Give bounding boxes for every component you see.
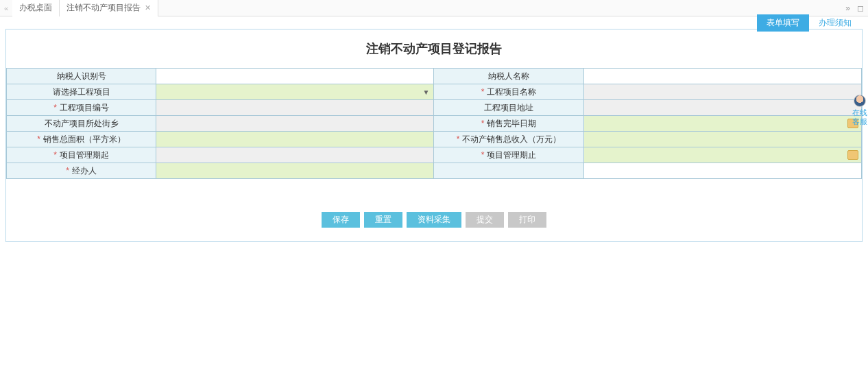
sale-complete-date-input[interactable] — [584, 116, 861, 131]
label-taxpayer-id: 纳税人识别号 — [7, 69, 156, 84]
project-name-input[interactable] — [584, 84, 861, 99]
tab-label: 办税桌面 — [19, 2, 52, 14]
label-mgmt-end: *项目管理期止 — [434, 147, 583, 163]
sub-tabs: 表单填写 办理须知 — [757, 14, 861, 32]
value-mgmt-end[interactable] — [583, 147, 861, 163]
value-sale-income[interactable] — [583, 132, 861, 147]
value-street — [156, 116, 434, 132]
label-taxpayer-name: 纳税人名称 — [434, 69, 583, 84]
tab-report[interactable]: 注销不动产项目报告 ✕ — [60, 0, 158, 16]
value-project-name — [583, 84, 861, 100]
form-table: 纳税人识别号 纳税人名称 请选择工程项目 ▼ *工程项目名称 *工程项目编号 工… — [6, 68, 862, 179]
label-sale-area: *销售总面积（平方米） — [7, 132, 156, 147]
value-operator[interactable] — [156, 163, 434, 179]
calendar-icon[interactable] — [847, 150, 858, 160]
tab-next-icon[interactable]: » — [845, 3, 850, 13]
value-empty — [583, 163, 861, 179]
label-operator: *经办人 — [7, 163, 156, 179]
sale-area-input[interactable] — [156, 132, 433, 147]
tab-desktop[interactable]: 办税桌面 — [12, 0, 60, 16]
value-project-code — [156, 100, 434, 116]
save-button[interactable]: 保存 — [322, 212, 360, 228]
tab-prev-icon[interactable]: « — [0, 4, 12, 12]
online-service-label: 在线客服 — [852, 108, 868, 126]
reset-button[interactable]: 重置 — [364, 212, 402, 228]
value-taxpayer-name — [583, 69, 861, 84]
value-sale-complete-date[interactable] — [583, 116, 861, 132]
avatar-icon — [854, 95, 866, 107]
value-select-project[interactable]: ▼ — [156, 84, 434, 100]
subtab-fill[interactable]: 表单填写 — [757, 14, 809, 32]
online-service-widget[interactable]: 在线客服 — [852, 95, 868, 126]
value-mgmt-start — [156, 147, 434, 163]
value-taxpayer-id — [156, 69, 434, 84]
value-sale-area[interactable] — [156, 132, 434, 147]
mgmt-end-input[interactable] — [584, 147, 861, 163]
close-icon[interactable]: ✕ — [145, 3, 151, 12]
project-addr-input[interactable] — [584, 100, 861, 115]
label-street: 不动产项目所处街乡 — [7, 116, 156, 132]
maximize-icon[interactable]: ◻ — [857, 3, 864, 13]
label-sale-income: *不动产销售总收入（万元） — [434, 132, 583, 147]
form-panel: 注销不动产项目登记报告 纳税人识别号 纳税人名称 请选择工程项目 ▼ *工程项目… — [5, 29, 863, 242]
label-mgmt-start: *项目管理期起 — [7, 147, 156, 163]
street-input[interactable] — [156, 116, 433, 131]
label-sale-complete-date: *销售完毕日期 — [434, 116, 583, 132]
tab-label: 注销不动产项目报告 — [67, 2, 141, 14]
collect-button[interactable]: 资料采集 — [407, 212, 461, 228]
mgmt-start-input[interactable] — [156, 147, 433, 163]
subtab-notice[interactable]: 办理须知 — [809, 14, 861, 32]
project-code-input[interactable] — [156, 100, 433, 115]
label-empty — [434, 163, 583, 179]
panel-title: 注销不动产项目登记报告 — [6, 29, 862, 68]
operator-input[interactable] — [156, 163, 433, 178]
label-select-project: 请选择工程项目 — [7, 84, 156, 100]
print-button: 打印 — [508, 212, 546, 228]
sale-income-input[interactable] — [584, 132, 861, 147]
label-project-addr: 工程项目地址 — [434, 100, 583, 116]
button-row: 保存 重置 资料采集 提交 打印 — [6, 179, 862, 241]
select-project-input[interactable] — [156, 84, 433, 99]
tab-bar: « 办税桌面 注销不动产项目报告 ✕ » ◻ — [0, 0, 868, 16]
value-project-addr — [583, 100, 861, 116]
submit-button: 提交 — [466, 212, 504, 228]
label-project-name: *工程项目名称 — [434, 84, 583, 100]
label-project-code: *工程项目编号 — [7, 100, 156, 116]
